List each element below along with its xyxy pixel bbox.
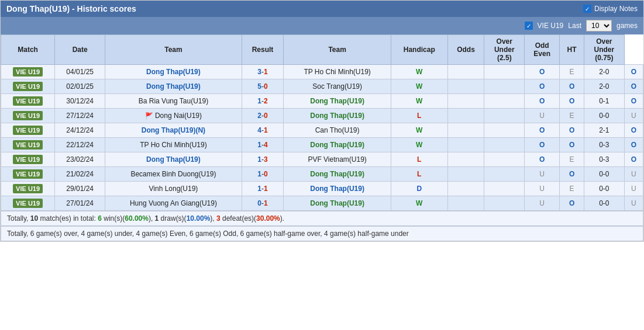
display-notes-toggle[interactable]: ✓ Display Notes — [583, 5, 638, 13]
odd-even-cell: E — [560, 182, 584, 196]
team2-cell: Soc Trang(U19) — [284, 79, 391, 94]
match-badge: VIE U19 — [13, 155, 43, 164]
date-cell: 27/01/24 — [55, 196, 105, 211]
handicap-cell — [447, 79, 484, 94]
score-cell: 1-0 — [242, 167, 284, 182]
date-cell: 21/02/24 — [55, 167, 105, 182]
team2-cell: Dong Thap(U19) — [284, 196, 391, 211]
team1-cell: Dong Thap(U19)(N) — [105, 123, 242, 138]
match-badge: VIE U19 — [13, 126, 43, 135]
odds-cell — [484, 196, 525, 211]
table-row: VIE U1923/02/24Dong Thap(U19)1-3PVF Viet… — [1, 152, 643, 167]
score-cell: 1-3 — [242, 152, 284, 167]
score-cell: 0-1 — [242, 196, 284, 211]
match-cell: VIE U19 — [1, 65, 55, 79]
table-row: VIE U1927/12/24🚩 Dong Nai(U19)2-0Dong Th… — [1, 109, 643, 123]
col-handicap: Handicap — [391, 35, 447, 65]
over-under-cell: O — [525, 65, 560, 79]
date-cell: 29/01/24 — [55, 182, 105, 196]
score-cell: 4-1 — [242, 123, 284, 138]
over-under-075-cell: O — [624, 152, 643, 167]
match-badge: VIE U19 — [13, 82, 43, 91]
date-cell: 30/12/24 — [55, 94, 105, 109]
odd-even-cell: O — [560, 167, 584, 182]
team1-cell: Becamex Binh Duong(U19) — [105, 167, 242, 182]
match-cell: VIE U19 — [1, 94, 55, 109]
col-over-under-075: OverUnder(0.75) — [584, 35, 624, 65]
col-ht: HT — [560, 35, 584, 65]
result-cell: W — [391, 65, 447, 79]
main-container: Dong Thap(U19) - Historic scores ✓ Displ… — [0, 0, 644, 242]
col-result: Result — [242, 35, 284, 65]
display-notes-checkbox[interactable]: ✓ — [583, 5, 591, 13]
odd-even-cell: E — [560, 65, 584, 79]
over-under-cell: O — [525, 123, 560, 138]
team1-cell: Hung Vuong An Giang(U19) — [105, 196, 242, 211]
score-cell: 1-2 — [242, 94, 284, 109]
match-cell: VIE U19 — [1, 123, 55, 138]
over-under-cell: U — [525, 167, 560, 182]
col-team1: Team — [105, 35, 242, 65]
over-under-075-cell: U — [624, 109, 643, 123]
result-cell: L — [391, 152, 447, 167]
handicap-cell — [447, 182, 484, 196]
ht-cell: 0-0 — [584, 182, 624, 196]
match-cell: VIE U19 — [1, 109, 55, 123]
handicap-cell — [447, 65, 484, 79]
last-games-select[interactable]: 10 5 20 — [586, 20, 612, 32]
team1-cell: TP Ho Chi Minh(U19) — [105, 138, 242, 152]
last-label: Last — [568, 22, 581, 30]
score-cell: 1-4 — [242, 138, 284, 152]
odd-even-cell: E — [560, 109, 584, 123]
over-under-075-cell: O — [624, 123, 643, 138]
handicap-cell — [447, 152, 484, 167]
team2-cell: Dong Thap(U19) — [284, 138, 391, 152]
team2-cell: Dong Thap(U19) — [284, 109, 391, 123]
match-badge: VIE U19 — [13, 96, 43, 106]
over-under-075-cell: O — [624, 138, 643, 152]
odds-cell — [484, 167, 525, 182]
score-cell: 3-1 — [242, 65, 284, 79]
page-title: Dong Thap(U19) - Historic scores — [6, 4, 136, 13]
team2-cell: Dong Thap(U19) — [284, 94, 391, 109]
result-cell: W — [391, 123, 447, 138]
ht-cell: 0-0 — [584, 167, 624, 182]
odds-cell — [484, 123, 525, 138]
result-cell: W — [391, 138, 447, 152]
ht-cell: 2-1 — [584, 123, 624, 138]
ht-cell: 0-0 — [584, 196, 624, 211]
over-under-075-cell: O — [624, 79, 643, 94]
flag-icon: 🚩 — [145, 112, 155, 119]
filter-bar: ✓ VIE U19 Last 10 5 20 games — [1, 17, 643, 34]
table-row: VIE U1904/01/25Dong Thap(U19)3-1TP Ho Ch… — [1, 65, 643, 79]
display-notes-label: Display Notes — [594, 5, 638, 13]
filter-checkbox[interactable]: ✓ — [525, 22, 533, 30]
date-cell: 27/12/24 — [55, 109, 105, 123]
handicap-cell — [447, 109, 484, 123]
handicap-cell — [447, 167, 484, 182]
match-cell: VIE U19 — [1, 167, 55, 182]
table-row: VIE U1927/01/24Hung Vuong An Giang(U19)0… — [1, 196, 643, 211]
date-cell: 02/01/25 — [55, 79, 105, 94]
score-cell: 5-0 — [242, 79, 284, 94]
ht-cell: 2-0 — [584, 65, 624, 79]
handicap-cell — [447, 94, 484, 109]
ht-cell: 0-3 — [584, 138, 624, 152]
col-match: Match — [1, 35, 55, 65]
games-label: games — [617, 22, 638, 30]
score-cell: 2-0 — [242, 109, 284, 123]
ht-cell: 0-3 — [584, 152, 624, 167]
date-cell: 23/02/24 — [55, 152, 105, 167]
ht-cell: 2-0 — [584, 79, 624, 94]
team1-cell: 🚩 Dong Nai(U19) — [105, 109, 242, 123]
result-cell: W — [391, 79, 447, 94]
table-row: VIE U1922/12/24TP Ho Chi Minh(U19)1-4Don… — [1, 138, 643, 152]
col-odd-even: OddEven — [525, 35, 560, 65]
team1-cell: Vinh Long(U19) — [105, 182, 242, 196]
odds-cell — [484, 109, 525, 123]
footer-line2: Totally, 6 game(s) over, 4 game(s) under… — [1, 226, 643, 241]
match-cell: VIE U19 — [1, 196, 55, 211]
match-badge: VIE U19 — [13, 111, 43, 120]
handicap-cell — [447, 196, 484, 211]
over-under-075-cell: U — [624, 167, 643, 182]
